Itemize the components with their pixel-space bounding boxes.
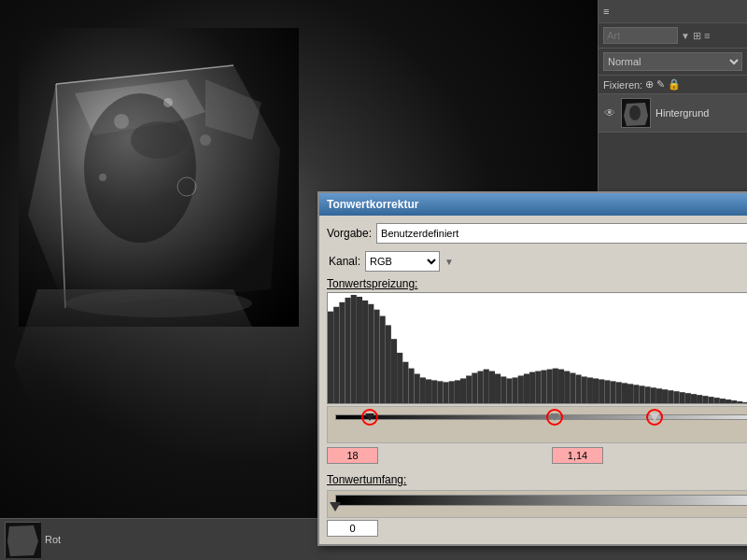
white-point-handle[interactable]	[646, 409, 663, 426]
svg-rect-31	[386, 325, 391, 403]
svg-rect-24	[345, 298, 351, 403]
svg-rect-83	[685, 393, 691, 403]
svg-rect-64	[575, 375, 581, 403]
svg-rect-93	[742, 402, 747, 403]
svg-rect-74	[633, 385, 639, 403]
tonwertspreizung-label: Tonwertspreizung:	[327, 277, 747, 290]
preset-select[interactable]: Benutzerdefiniert	[376, 223, 747, 244]
svg-rect-33	[397, 353, 402, 403]
svg-rect-43	[455, 380, 460, 403]
panel-icon-2[interactable]: ≡	[704, 30, 710, 41]
svg-rect-21	[328, 312, 333, 403]
svg-rect-42	[449, 381, 455, 403]
output-section: Tonwertumfang:	[327, 473, 747, 537]
tonwertspreizung-section: Tonwertspreizung:	[327, 277, 747, 537]
svg-rect-59	[547, 370, 553, 403]
ice-reflection	[9, 289, 317, 457]
svg-rect-47	[478, 371, 484, 403]
histogram-area	[327, 292, 747, 404]
channel-row: Kanal: RGB ▼	[327, 251, 747, 272]
lock-px-icon[interactable]: ✎	[656, 78, 665, 91]
layer-thumbnail	[621, 98, 651, 128]
svg-rect-26	[357, 297, 362, 403]
svg-rect-29	[374, 310, 379, 403]
svg-point-7	[163, 98, 173, 107]
svg-rect-67	[593, 378, 599, 403]
midpoint-handle[interactable]	[546, 409, 563, 426]
svg-rect-35	[408, 369, 414, 403]
svg-rect-50	[495, 374, 500, 403]
svg-rect-53	[513, 377, 518, 403]
panel-toolbar: ≡	[599, 0, 747, 23]
svg-rect-44	[460, 378, 466, 403]
channel-label: Kanal:	[329, 255, 360, 268]
output-black-field[interactable]: 0	[327, 520, 378, 537]
svg-rect-77	[651, 387, 656, 403]
svg-rect-82	[680, 392, 685, 403]
bottom-thumb-1	[5, 522, 40, 557]
ice-cube-image	[19, 28, 299, 327]
dialog-body: Vorgabe: Benutzerdefiniert ≡ Kanal: RGB …	[319, 216, 747, 544]
levels-dialog: Tonwertkorrektur ✕ Vorgabe: Benutzerdefi…	[317, 191, 747, 546]
svg-rect-62	[564, 371, 570, 403]
svg-rect-45	[466, 376, 472, 404]
panel-title: ≡	[603, 6, 609, 17]
channel-dropdown-icon: ▼	[444, 257, 454, 267]
svg-rect-85	[697, 395, 702, 403]
svg-rect-89	[720, 399, 726, 403]
input-mid-field[interactable]: 1,14	[552, 447, 603, 464]
svg-rect-40	[437, 381, 443, 403]
svg-rect-60	[553, 369, 558, 403]
svg-rect-81	[673, 391, 679, 403]
svg-rect-51	[500, 376, 506, 403]
channel-select[interactable]: RGB	[365, 251, 440, 272]
svg-rect-58	[541, 371, 546, 403]
svg-point-4	[84, 93, 196, 243]
svg-rect-78	[656, 388, 662, 403]
lock-pos-icon[interactable]: ⊕	[645, 78, 654, 91]
preset-label: Vorgabe:	[327, 227, 372, 240]
svg-rect-57	[535, 371, 541, 403]
svg-marker-14	[14, 289, 271, 448]
svg-rect-63	[570, 373, 575, 403]
svg-rect-86	[702, 396, 708, 403]
dialog-title: Tonwertkorrektur	[327, 198, 418, 211]
output-gradient-track	[335, 495, 747, 506]
svg-rect-76	[645, 386, 651, 403]
svg-rect-25	[351, 295, 357, 403]
svg-rect-80	[668, 390, 673, 403]
blend-mode-select[interactable]: Normal	[603, 52, 742, 71]
bottom-layer-label: Rot	[45, 534, 61, 545]
svg-rect-55	[524, 374, 529, 403]
dialog-left-panel: Vorgabe: Benutzerdefiniert ≡ Kanal: RGB …	[327, 223, 747, 537]
svg-rect-68	[599, 379, 604, 403]
svg-rect-38	[426, 379, 431, 403]
visibility-icon[interactable]: 👁	[603, 106, 616, 119]
black-point-handle[interactable]	[361, 409, 378, 426]
svg-rect-41	[443, 382, 448, 403]
svg-rect-79	[662, 389, 668, 403]
lock-all-icon[interactable]: 🔒	[668, 78, 681, 91]
search-input[interactable]	[603, 27, 678, 44]
svg-rect-46	[472, 373, 477, 403]
svg-marker-19	[7, 525, 38, 556]
dropdown-arrow-icon: ▼	[681, 31, 690, 41]
svg-rect-32	[391, 339, 397, 403]
svg-rect-66	[587, 377, 593, 403]
layer-name: Hintergrund	[655, 107, 709, 119]
svg-point-5	[131, 121, 187, 159]
input-black-field[interactable]: 18	[327, 447, 378, 464]
svg-rect-52	[506, 378, 512, 403]
svg-rect-69	[604, 380, 610, 403]
svg-rect-22	[333, 307, 339, 403]
svg-rect-71	[616, 382, 622, 403]
svg-rect-75	[639, 385, 644, 403]
svg-rect-88	[714, 398, 720, 403]
input-values-row: 18 1,14 165	[327, 445, 747, 466]
panel-icon-1[interactable]: ⊞	[693, 30, 701, 42]
svg-rect-36	[415, 374, 420, 403]
svg-rect-84	[691, 394, 697, 403]
tonwertumfang-label: Tonwertumfang:	[327, 473, 747, 486]
output-black-handle[interactable]	[330, 502, 341, 511]
layer-item-hintergrund[interactable]: 👁 Hintergrund	[599, 94, 747, 133]
